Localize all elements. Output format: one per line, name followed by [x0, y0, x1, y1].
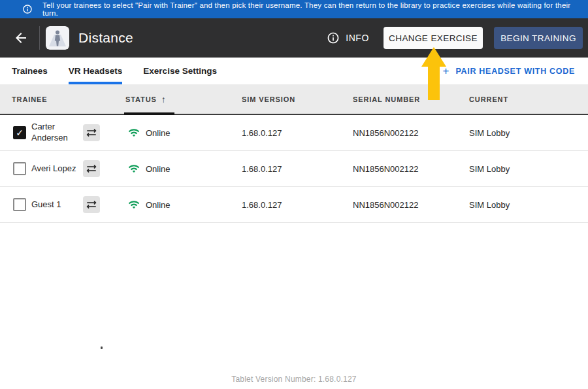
sort-ascending-icon: ↑ — [161, 94, 166, 105]
sim-version-cell: 1.68.0.127 — [242, 164, 353, 174]
sim-version-cell: 1.68.0.127 — [242, 200, 353, 210]
appbar-actions: INFO CHANGE EXERCISE BEGIN TRAINING — [327, 27, 583, 49]
tab-label: Trainees — [12, 66, 48, 76]
column-header-sim-version[interactable]: SIM VERSION — [242, 95, 353, 103]
sim-version-cell: 1.68.0.127 — [242, 128, 353, 138]
tab-bar: Trainees VR Headsets Exercise Settings +… — [0, 58, 588, 84]
status-text: Online — [146, 200, 171, 210]
table-header-row: TRAINEE STATUS ↑ SIM VERSION SERIAL NUMB… — [0, 84, 588, 115]
info-icon — [22, 4, 33, 14]
swap-arrows-icon — [86, 127, 97, 139]
info-button[interactable]: INFO — [327, 31, 369, 44]
info-icon — [327, 31, 340, 44]
trainee-name: Guest 1 — [31, 199, 82, 211]
swap-trainee-button[interactable] — [83, 160, 100, 177]
trainee-cell: ✓ Guest 1 — [12, 196, 125, 213]
column-header-trainee[interactable]: TRAINEE — [12, 95, 125, 103]
banner-text: Tell your trainees to select "Pair with … — [42, 1, 588, 17]
pair-headset-label: PAIR HEADSET WITH CODE — [455, 67, 575, 76]
notification-banner: Tell your trainees to select "Pair with … — [0, 0, 588, 18]
wifi-icon — [128, 127, 140, 139]
appbar-divider — [39, 26, 40, 50]
tablet-version-text: Tablet Version Number: 1.68.0.127 — [0, 375, 588, 384]
checkmark-icon: ✓ — [16, 128, 24, 137]
headset-row: ✓ Carter Andersen Online 1.68.0.127 NN18… — [0, 115, 588, 151]
exercise-thumbnail — [46, 26, 69, 50]
wifi-icon — [128, 163, 140, 175]
wifi-icon — [128, 199, 140, 211]
tab-label: Exercise Settings — [143, 66, 217, 76]
status-text: Online — [146, 164, 171, 174]
row-checkbox[interactable]: ✓ — [13, 162, 26, 175]
pair-headset-with-code-button[interactable]: + PAIR HEADSET WITH CODE — [443, 58, 575, 84]
tab-trainees[interactable]: Trainees — [1, 58, 58, 84]
swap-arrows-icon — [86, 199, 97, 211]
current-cell: SIM Lobby — [469, 200, 588, 210]
status-text: Online — [146, 128, 171, 138]
row-checkbox[interactable]: ✓ — [13, 126, 26, 139]
tab-label: VR Headsets — [69, 66, 123, 76]
change-exercise-button[interactable]: CHANGE EXERCISE — [384, 27, 483, 49]
swap-trainee-button[interactable] — [83, 196, 100, 213]
serial-number-cell: NN1856N002122 — [353, 128, 469, 138]
trainee-cell: ✓ Averi Lopez — [12, 160, 125, 177]
trainee-name: Carter Andersen — [31, 122, 82, 144]
arrow-back-icon — [13, 30, 29, 46]
info-button-label: INFO — [346, 33, 369, 43]
trainee-cell: ✓ Carter Andersen — [12, 122, 125, 144]
status-cell: Online — [125, 163, 242, 175]
swap-trainee-button[interactable] — [83, 124, 100, 141]
serial-number-cell: NN1856N002122 — [353, 164, 469, 174]
serial-number-cell: NN1856N002122 — [353, 200, 469, 210]
plus-icon: + — [443, 65, 449, 76]
trainee-name: Averi Lopez — [31, 163, 82, 175]
status-cell: Online — [125, 199, 242, 211]
column-header-serial-number[interactable]: SERIAL NUMBER — [353, 95, 469, 103]
tab-vr-headsets[interactable]: VR Headsets — [58, 58, 133, 84]
stray-dot — [101, 347, 103, 349]
row-checkbox[interactable]: ✓ — [13, 198, 26, 211]
status-cell: Online — [125, 127, 242, 139]
headset-row: ✓ Averi Lopez Online 1.68.0.127 NN1856N0… — [0, 151, 588, 187]
page-title: Distance — [78, 30, 133, 46]
swap-arrows-icon — [86, 163, 97, 175]
begin-training-button[interactable]: BEGIN TRAINING — [494, 27, 583, 49]
column-header-status[interactable]: STATUS ↑ — [125, 94, 242, 105]
current-cell: SIM Lobby — [469, 164, 588, 174]
back-button[interactable] — [12, 29, 30, 47]
app-bar: Distance INFO CHANGE EXERCISE BEGIN TRAI… — [0, 18, 588, 58]
headset-row: ✓ Guest 1 Online 1.68.0.127 NN1856N00212… — [0, 187, 588, 223]
tab-exercise-settings[interactable]: Exercise Settings — [133, 58, 227, 84]
column-header-status-label: STATUS — [125, 95, 157, 103]
current-cell: SIM Lobby — [469, 128, 588, 138]
sorted-column-indicator — [124, 112, 174, 115]
column-header-current[interactable]: CURRENT — [469, 95, 588, 103]
